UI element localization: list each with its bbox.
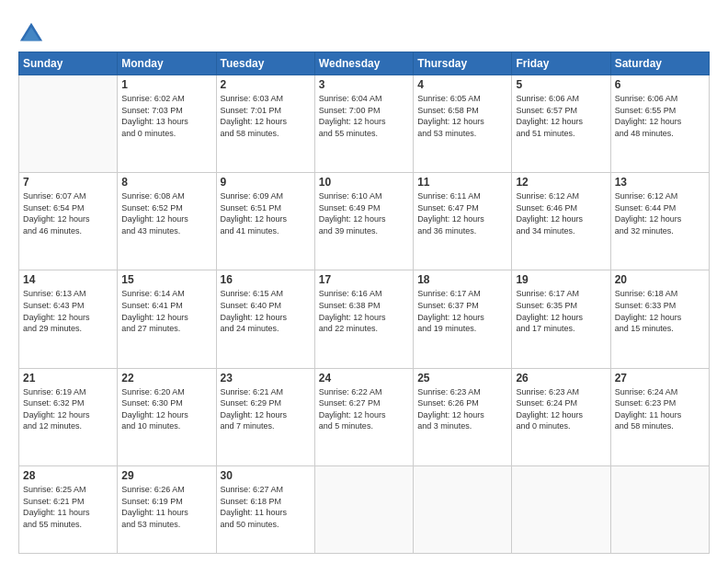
- day-info: Sunrise: 6:09 AM Sunset: 6:51 PM Dayligh…: [221, 190, 311, 236]
- day-info: Sunrise: 6:02 AM Sunset: 7:03 PM Dayligh…: [121, 93, 211, 139]
- day-info: Sunrise: 6:16 AM Sunset: 6:38 PM Dayligh…: [319, 288, 409, 334]
- day-info: Sunrise: 6:07 AM Sunset: 6:54 PM Dayligh…: [23, 190, 113, 236]
- day-info: Sunrise: 6:13 AM Sunset: 6:43 PM Dayligh…: [23, 288, 113, 334]
- day-number: 1: [121, 78, 211, 91]
- col-sunday: Sunday: [19, 52, 118, 75]
- day-number: 24: [319, 372, 409, 385]
- day-number: 4: [417, 78, 507, 91]
- calendar-cell: 17Sunrise: 6:16 AM Sunset: 6:38 PM Dayli…: [314, 270, 413, 368]
- day-info: Sunrise: 6:03 AM Sunset: 7:01 PM Dayligh…: [221, 93, 311, 139]
- day-info: Sunrise: 6:25 AM Sunset: 6:21 PM Dayligh…: [23, 484, 113, 530]
- day-info: Sunrise: 6:19 AM Sunset: 6:32 PM Dayligh…: [23, 386, 113, 432]
- calendar-cell: [414, 465, 512, 553]
- day-number: 11: [417, 176, 507, 189]
- header: [18, 17, 710, 46]
- day-number: 29: [121, 469, 211, 482]
- day-number: 18: [417, 273, 507, 286]
- day-info: Sunrise: 6:22 AM Sunset: 6:27 PM Dayligh…: [319, 386, 409, 432]
- day-number: 5: [516, 78, 606, 91]
- day-number: 22: [121, 372, 211, 385]
- week-row-4: 21Sunrise: 6:19 AM Sunset: 6:32 PM Dayli…: [19, 368, 710, 465]
- calendar-cell: 12Sunrise: 6:12 AM Sunset: 6:46 PM Dayli…: [512, 173, 610, 270]
- header-row: Sunday Monday Tuesday Wednesday Thursday…: [19, 52, 710, 75]
- day-number: 9: [221, 176, 311, 189]
- day-info: Sunrise: 6:06 AM Sunset: 6:55 PM Dayligh…: [615, 93, 705, 139]
- week-row-5: 28Sunrise: 6:25 AM Sunset: 6:21 PM Dayli…: [19, 465, 710, 553]
- calendar-cell: [314, 465, 413, 553]
- day-info: Sunrise: 6:20 AM Sunset: 6:30 PM Dayligh…: [121, 386, 211, 432]
- day-number: 16: [221, 273, 311, 286]
- col-friday: Friday: [512, 52, 610, 75]
- calendar-cell: [19, 75, 118, 173]
- day-info: Sunrise: 6:11 AM Sunset: 6:47 PM Dayligh…: [417, 190, 507, 236]
- calendar-cell: 11Sunrise: 6:11 AM Sunset: 6:47 PM Dayli…: [414, 173, 512, 270]
- day-number: 7: [23, 176, 113, 189]
- day-info: Sunrise: 6:05 AM Sunset: 6:58 PM Dayligh…: [417, 93, 507, 139]
- logo-icon: [18, 20, 44, 46]
- calendar-cell: 23Sunrise: 6:21 AM Sunset: 6:29 PM Dayli…: [216, 368, 314, 465]
- calendar-cell: 14Sunrise: 6:13 AM Sunset: 6:43 PM Dayli…: [19, 270, 118, 368]
- calendar-cell: 5Sunrise: 6:06 AM Sunset: 6:57 PM Daylig…: [512, 75, 610, 173]
- week-row-3: 14Sunrise: 6:13 AM Sunset: 6:43 PM Dayli…: [19, 270, 710, 368]
- day-info: Sunrise: 6:17 AM Sunset: 6:37 PM Dayligh…: [417, 288, 507, 334]
- day-number: 23: [221, 372, 311, 385]
- day-number: 8: [121, 176, 211, 189]
- day-number: 10: [319, 176, 409, 189]
- day-number: 19: [516, 273, 606, 286]
- day-info: Sunrise: 6:08 AM Sunset: 6:52 PM Dayligh…: [121, 190, 211, 236]
- calendar-cell: 4Sunrise: 6:05 AM Sunset: 6:58 PM Daylig…: [414, 75, 512, 173]
- day-number: 26: [516, 372, 606, 385]
- calendar-cell: 29Sunrise: 6:26 AM Sunset: 6:19 PM Dayli…: [118, 465, 216, 553]
- calendar-table: Sunday Monday Tuesday Wednesday Thursday…: [18, 52, 710, 554]
- col-tuesday: Tuesday: [216, 52, 314, 75]
- day-info: Sunrise: 6:06 AM Sunset: 6:57 PM Dayligh…: [516, 93, 606, 139]
- calendar-cell: 16Sunrise: 6:15 AM Sunset: 6:40 PM Dayli…: [216, 270, 314, 368]
- calendar-cell: 8Sunrise: 6:08 AM Sunset: 6:52 PM Daylig…: [118, 173, 216, 270]
- day-info: Sunrise: 6:04 AM Sunset: 7:00 PM Dayligh…: [319, 93, 409, 139]
- day-number: 17: [319, 273, 409, 286]
- day-info: Sunrise: 6:12 AM Sunset: 6:44 PM Dayligh…: [615, 190, 705, 236]
- calendar-cell: 6Sunrise: 6:06 AM Sunset: 6:55 PM Daylig…: [610, 75, 709, 173]
- day-number: 25: [417, 372, 507, 385]
- day-info: Sunrise: 6:23 AM Sunset: 6:26 PM Dayligh…: [417, 386, 507, 432]
- calendar-cell: 30Sunrise: 6:27 AM Sunset: 6:18 PM Dayli…: [216, 465, 314, 553]
- calendar-cell: 7Sunrise: 6:07 AM Sunset: 6:54 PM Daylig…: [19, 173, 118, 270]
- day-info: Sunrise: 6:14 AM Sunset: 6:41 PM Dayligh…: [121, 288, 211, 334]
- day-number: 27: [615, 372, 705, 385]
- day-number: 6: [615, 78, 705, 91]
- calendar-cell: 20Sunrise: 6:18 AM Sunset: 6:33 PM Dayli…: [610, 270, 709, 368]
- day-number: 21: [23, 372, 113, 385]
- calendar-cell: 19Sunrise: 6:17 AM Sunset: 6:35 PM Dayli…: [512, 270, 610, 368]
- day-number: 13: [615, 176, 705, 189]
- day-info: Sunrise: 6:27 AM Sunset: 6:18 PM Dayligh…: [221, 484, 311, 530]
- calendar-cell: 3Sunrise: 6:04 AM Sunset: 7:00 PM Daylig…: [314, 75, 413, 173]
- calendar-cell: 26Sunrise: 6:23 AM Sunset: 6:24 PM Dayli…: [512, 368, 610, 465]
- calendar-cell: 21Sunrise: 6:19 AM Sunset: 6:32 PM Dayli…: [19, 368, 118, 465]
- day-number: 3: [319, 78, 409, 91]
- week-row-1: 1Sunrise: 6:02 AM Sunset: 7:03 PM Daylig…: [19, 75, 710, 173]
- logo: [18, 20, 48, 46]
- calendar-cell: 1Sunrise: 6:02 AM Sunset: 7:03 PM Daylig…: [118, 75, 216, 173]
- day-info: Sunrise: 6:26 AM Sunset: 6:19 PM Dayligh…: [121, 484, 211, 530]
- calendar-cell: [512, 465, 610, 553]
- calendar-cell: 13Sunrise: 6:12 AM Sunset: 6:44 PM Dayli…: [610, 173, 709, 270]
- calendar-cell: 22Sunrise: 6:20 AM Sunset: 6:30 PM Dayli…: [118, 368, 216, 465]
- day-info: Sunrise: 6:10 AM Sunset: 6:49 PM Dayligh…: [319, 190, 409, 236]
- calendar-cell: 28Sunrise: 6:25 AM Sunset: 6:21 PM Dayli…: [19, 465, 118, 553]
- calendar-cell: 18Sunrise: 6:17 AM Sunset: 6:37 PM Dayli…: [414, 270, 512, 368]
- col-monday: Monday: [118, 52, 216, 75]
- calendar-cell: 10Sunrise: 6:10 AM Sunset: 6:49 PM Dayli…: [314, 173, 413, 270]
- calendar-cell: 15Sunrise: 6:14 AM Sunset: 6:41 PM Dayli…: [118, 270, 216, 368]
- day-info: Sunrise: 6:15 AM Sunset: 6:40 PM Dayligh…: [221, 288, 311, 334]
- page: Sunday Monday Tuesday Wednesday Thursday…: [0, 0, 728, 563]
- day-info: Sunrise: 6:24 AM Sunset: 6:23 PM Dayligh…: [615, 386, 705, 432]
- day-info: Sunrise: 6:17 AM Sunset: 6:35 PM Dayligh…: [516, 288, 606, 334]
- calendar-cell: 25Sunrise: 6:23 AM Sunset: 6:26 PM Dayli…: [414, 368, 512, 465]
- col-wednesday: Wednesday: [314, 52, 413, 75]
- week-row-2: 7Sunrise: 6:07 AM Sunset: 6:54 PM Daylig…: [19, 173, 710, 270]
- calendar-cell: 9Sunrise: 6:09 AM Sunset: 6:51 PM Daylig…: [216, 173, 314, 270]
- day-info: Sunrise: 6:21 AM Sunset: 6:29 PM Dayligh…: [221, 386, 311, 432]
- day-info: Sunrise: 6:18 AM Sunset: 6:33 PM Dayligh…: [615, 288, 705, 334]
- day-number: 30: [221, 469, 311, 482]
- day-number: 12: [516, 176, 606, 189]
